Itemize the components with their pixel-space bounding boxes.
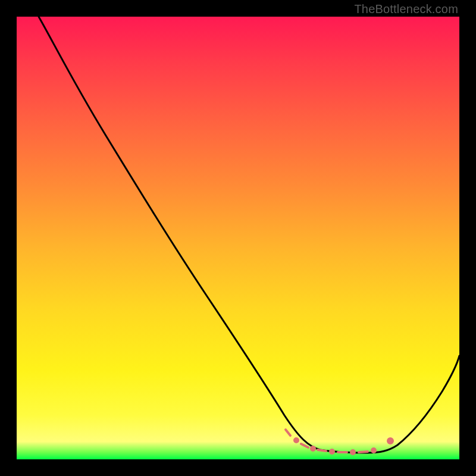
svg-point-3	[311, 447, 315, 450]
chart-svg	[17, 17, 459, 459]
svg-line-4	[318, 450, 326, 451]
svg-point-10	[388, 439, 393, 443]
svg-point-1	[295, 439, 298, 442]
bottleneck-curve	[39, 17, 459, 453]
svg-line-0	[286, 430, 290, 436]
watermark-text: TheBottleneck.com	[354, 2, 458, 16]
svg-line-2	[301, 444, 308, 447]
chart-frame: TheBottleneck.com	[0, 0, 476, 476]
optimal-range-markers	[286, 430, 393, 454]
plot-area	[17, 17, 459, 459]
svg-point-7	[351, 450, 355, 454]
svg-point-5	[330, 450, 334, 453]
svg-point-9	[372, 449, 375, 452]
svg-line-8	[359, 452, 368, 452]
